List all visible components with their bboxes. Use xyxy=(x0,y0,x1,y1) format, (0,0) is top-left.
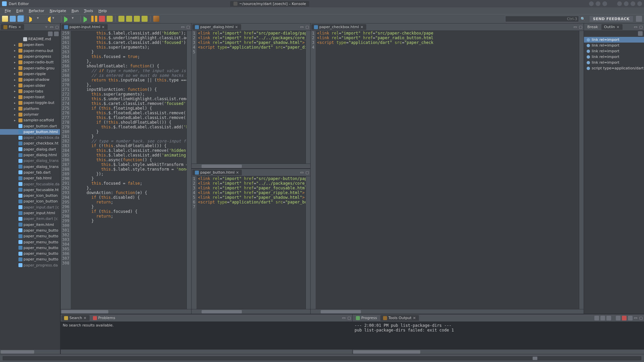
tab-paper-dialog[interactable]: paper_dialog.html × xyxy=(192,24,241,30)
tree-row[interactable]: paper_input.html xyxy=(0,210,60,216)
tree-row[interactable]: ▸sampler-scaffold xyxy=(0,117,60,123)
nav-back-button[interactable] xyxy=(29,16,35,22)
maximize-view-icon[interactable]: ▢ xyxy=(639,25,643,29)
step-button[interactable] xyxy=(107,16,113,22)
tree-row[interactable]: ▸paper-radio-butt xyxy=(0,59,60,65)
tree-row[interactable]: paper_button.dart xyxy=(0,123,60,129)
desktop-pin-icon[interactable] xyxy=(617,1,622,6)
tab-tools-output[interactable]: Tools Output × xyxy=(380,315,419,321)
outline-item[interactable]: link rel=import xyxy=(584,48,644,54)
minimize-view-icon[interactable]: ▭ xyxy=(49,25,54,29)
maximize-view-icon[interactable]: ▢ xyxy=(305,171,310,175)
tree-row[interactable]: ▸paper-slider xyxy=(0,82,60,88)
tree-row[interactable]: paper_menu_butto xyxy=(0,228,60,233)
code-area[interactable]: <link rel="import" href="src/paper-dialo… xyxy=(197,31,306,164)
tree-row[interactable]: paper_focusable.da xyxy=(0,181,60,187)
run-button[interactable] xyxy=(64,16,70,22)
tree-row[interactable]: README.md xyxy=(0,36,60,42)
step-into-button[interactable] xyxy=(126,16,132,22)
minimize-view-icon[interactable]: ▭ xyxy=(573,25,578,29)
menu-navigate[interactable]: Navigate xyxy=(47,9,69,13)
tree-row[interactable]: ▸platform xyxy=(0,106,60,112)
step-out-button[interactable] xyxy=(134,16,140,22)
menu-file[interactable]: File xyxy=(2,9,13,13)
tree-row[interactable]: ▸paper-toast xyxy=(0,94,60,100)
outline-item[interactable]: link rel=import xyxy=(584,54,644,60)
code-area[interactable]: this.$.label.classList.add('hidden'); th… xyxy=(71,31,186,309)
editor-hscroll[interactable] xyxy=(61,309,191,314)
minimize-view-icon[interactable]: ▭ xyxy=(633,316,638,320)
quick-access-search[interactable]: Ctrl-3 xyxy=(505,16,579,22)
tree-row[interactable]: ▸paper-toggle-but xyxy=(0,100,60,106)
code-area[interactable]: <link rel="import" href="src/paper-check… xyxy=(316,31,579,309)
outline-item[interactable]: link rel=import xyxy=(584,60,644,65)
vscroll[interactable] xyxy=(579,31,584,309)
vscroll[interactable] xyxy=(306,176,310,309)
display-icon[interactable] xyxy=(600,316,605,320)
menu-help[interactable]: Help xyxy=(96,9,109,13)
outline-item[interactable]: link rel=import xyxy=(584,37,644,43)
tree-row[interactable]: paper_fab.html xyxy=(0,175,60,181)
editor-hscroll[interactable] xyxy=(311,309,584,314)
tree-row[interactable]: paper_button.html xyxy=(0,129,60,135)
status-scroll-track[interactable] xyxy=(3,356,641,360)
tab-paper-button[interactable]: paper_button.html × xyxy=(192,170,242,175)
close-icon[interactable]: × xyxy=(84,316,87,320)
tree-row[interactable]: ▸paper-item xyxy=(0,42,60,48)
files-tree[interactable]: README.md▸paper-item▸paper-menu-but▸pape… xyxy=(0,36,60,349)
minimize-view-icon[interactable]: ▭ xyxy=(300,25,304,29)
tree-row[interactable]: paper_fab.dart xyxy=(0,170,60,175)
tree-row[interactable]: paper_menu_butto xyxy=(0,239,60,245)
nav-forward-button[interactable] xyxy=(45,16,51,22)
save-button[interactable] xyxy=(10,16,16,22)
close-icon[interactable]: × xyxy=(616,25,620,29)
remove-icon[interactable] xyxy=(628,316,633,320)
tree-row[interactable]: paper_menu_butto xyxy=(0,245,60,251)
search-hscroll[interactable] xyxy=(61,349,352,354)
maximize-view-icon[interactable]: ▢ xyxy=(639,316,643,320)
maximize-icon[interactable] xyxy=(596,1,600,6)
format-button[interactable] xyxy=(153,16,159,22)
tab-paper-checkbox[interactable]: paper_checkbox.html × xyxy=(311,24,366,30)
code-area[interactable]: <link rel="import" href="src/paper-butto… xyxy=(197,176,306,309)
tree-row[interactable]: ▸paper-shadow xyxy=(0,77,60,82)
view-menu-icon[interactable]: ▿ xyxy=(44,25,49,29)
tab-outline[interactable]: Outlin × xyxy=(601,24,623,30)
close-icon[interactable] xyxy=(602,1,607,6)
stop-button[interactable] xyxy=(99,16,105,22)
tree-row[interactable]: paper_dialog_trans xyxy=(0,164,60,170)
tree-row[interactable]: ▸polymer xyxy=(0,112,60,117)
search-icon[interactable]: 🔍 xyxy=(581,17,586,21)
outline-item[interactable]: link rel=import xyxy=(584,43,644,48)
resume-button[interactable] xyxy=(84,16,90,22)
tree-row[interactable]: paper_input.dart [c xyxy=(0,204,60,210)
minimize-view-icon[interactable]: ▭ xyxy=(341,316,346,320)
tree-row[interactable]: paper_dialog.dart xyxy=(0,146,60,152)
sort-icon[interactable] xyxy=(638,31,643,36)
minimize-view-icon[interactable]: ▭ xyxy=(633,25,638,29)
step-over-button[interactable] xyxy=(118,16,124,22)
pin-icon[interactable] xyxy=(594,316,599,320)
tree-row[interactable]: paper_progress.da xyxy=(0,262,60,268)
link-editor-icon[interactable] xyxy=(54,32,59,36)
tree-row[interactable]: ▸paper-ripple xyxy=(0,71,60,77)
minimize-icon[interactable] xyxy=(624,1,629,6)
editor-hscroll[interactable] xyxy=(192,164,310,168)
tools-hscroll[interactable] xyxy=(353,349,644,354)
tab-problems[interactable]: Problems xyxy=(90,315,118,321)
tab-progress[interactable]: Progress xyxy=(353,315,380,321)
maximize-view-icon[interactable]: ▢ xyxy=(347,316,352,320)
tree-row[interactable]: paper_menu_butto xyxy=(0,233,60,239)
terminate-icon[interactable] xyxy=(622,316,627,320)
tree-row[interactable]: paper_item.html xyxy=(0,222,60,228)
tree-row[interactable]: paper_checkbox.ht xyxy=(0,140,60,146)
maximize-view-icon[interactable]: ▢ xyxy=(578,25,583,29)
save-all-button[interactable] xyxy=(17,16,23,22)
collapse-all-icon[interactable] xyxy=(48,32,53,36)
maximize-icon[interactable] xyxy=(631,1,635,6)
tools-output-body[interactable]: --- 2:00:01 PM pub list-package-dirs ---… xyxy=(353,322,644,349)
menu-edit[interactable]: Edit xyxy=(13,9,26,13)
close-icon[interactable]: × xyxy=(360,25,364,29)
tab-break[interactable]: Break xyxy=(585,24,601,30)
tree-row[interactable]: paper_icon_button xyxy=(0,198,60,204)
